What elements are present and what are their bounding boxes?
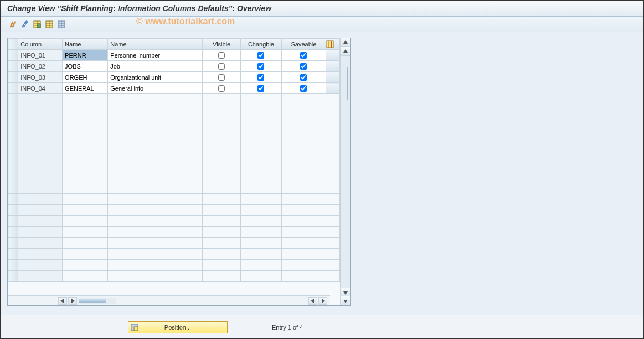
header-visible[interactable]: Visible	[203, 39, 240, 50]
cell-name2[interactable]	[108, 238, 203, 249]
toggle-display-change-button[interactable]	[7, 19, 18, 30]
cell-changeable[interactable]	[240, 83, 281, 94]
cell-changeable[interactable]	[240, 227, 281, 238]
cell-name1[interactable]	[63, 160, 108, 171]
row-selector[interactable]	[8, 227, 18, 238]
cell-changeable[interactable]	[240, 61, 281, 72]
table-row-empty[interactable]	[8, 271, 340, 282]
cell-name2[interactable]: Job	[108, 61, 203, 72]
cell-saveable[interactable]	[282, 61, 326, 72]
cell-saveable[interactable]	[282, 227, 326, 238]
cell-name1[interactable]	[63, 249, 108, 260]
cell-saveable[interactable]	[282, 116, 326, 127]
cell-changeable[interactable]	[240, 238, 281, 249]
cell-visible[interactable]	[203, 50, 240, 61]
cell-name1[interactable]	[63, 94, 108, 105]
cell-changeable[interactable]	[240, 171, 281, 182]
cell-column[interactable]	[18, 271, 63, 282]
header-name2[interactable]: Name	[108, 39, 203, 50]
cell-visible[interactable]	[203, 227, 240, 238]
cell-visible[interactable]	[203, 83, 240, 94]
cell-saveable[interactable]	[282, 138, 326, 149]
table-row-empty[interactable]	[8, 127, 340, 138]
row-selector[interactable]	[8, 194, 18, 205]
cell-saveable[interactable]	[282, 72, 326, 83]
changeable-checkbox[interactable]	[257, 85, 264, 92]
cell-name1[interactable]	[63, 260, 108, 271]
table-row-empty[interactable]	[8, 205, 340, 216]
cell-visible[interactable]	[203, 127, 240, 138]
hscroll-track[interactable]	[78, 298, 116, 304]
row-selector[interactable]	[8, 238, 18, 249]
cell-visible[interactable]	[203, 105, 240, 116]
cell-name1[interactable]: PERNR	[63, 50, 108, 61]
cell-name2[interactable]	[108, 116, 203, 127]
vscroll-down-button-2[interactable]	[341, 296, 350, 305]
cell-column[interactable]	[18, 127, 63, 138]
table-row-empty[interactable]	[8, 138, 340, 149]
cell-name2[interactable]	[108, 94, 203, 105]
cell-changeable[interactable]	[240, 116, 281, 127]
cell-saveable[interactable]	[282, 171, 326, 182]
new-entries-button[interactable]	[32, 19, 43, 30]
cell-name2[interactable]	[108, 127, 203, 138]
cell-saveable[interactable]	[282, 194, 326, 205]
cell-column[interactable]	[18, 160, 63, 171]
header-column[interactable]: Column	[18, 39, 63, 50]
cell-changeable[interactable]	[240, 94, 281, 105]
cell-name2[interactable]	[108, 171, 203, 182]
visible-checkbox[interactable]	[218, 52, 225, 59]
cell-visible[interactable]	[203, 171, 240, 182]
saveable-checkbox[interactable]	[300, 85, 307, 92]
cell-name1[interactable]	[63, 116, 108, 127]
cell-visible[interactable]	[203, 138, 240, 149]
cell-column[interactable]	[18, 194, 63, 205]
cell-column[interactable]: INFO_04	[18, 83, 63, 94]
cell-changeable[interactable]	[240, 260, 281, 271]
cell-visible[interactable]	[203, 238, 240, 249]
cell-column[interactable]	[18, 238, 63, 249]
row-selector[interactable]	[8, 105, 18, 116]
row-selector[interactable]	[8, 72, 18, 83]
cell-name1[interactable]	[63, 171, 108, 182]
cell-name1[interactable]	[63, 182, 108, 194]
cell-name2[interactable]	[108, 182, 203, 194]
hscroll-right-button-2[interactable]	[318, 297, 327, 305]
row-selector[interactable]	[8, 149, 18, 160]
delete-button[interactable]	[56, 19, 67, 30]
row-selector[interactable]	[8, 127, 18, 138]
table-row[interactable]: INFO_01 PERNR Personnel number	[8, 50, 340, 61]
cell-name1[interactable]	[63, 105, 108, 116]
cell-column[interactable]	[18, 227, 63, 238]
cell-changeable[interactable]	[240, 160, 281, 171]
table-row-empty[interactable]	[8, 194, 340, 205]
cell-changeable[interactable]	[240, 127, 281, 138]
cell-name2[interactable]	[108, 227, 203, 238]
visible-checkbox[interactable]	[218, 63, 225, 70]
cell-name2[interactable]: Personnel number	[108, 50, 203, 61]
cell-changeable[interactable]	[240, 105, 281, 116]
cell-visible[interactable]	[203, 216, 240, 227]
cell-visible[interactable]	[203, 271, 240, 282]
cell-saveable[interactable]	[282, 205, 326, 216]
table-row-empty[interactable]	[8, 149, 340, 160]
vscroll-down-button[interactable]	[341, 288, 350, 296]
hscroll-left-button[interactable]	[58, 297, 67, 305]
table-row-empty[interactable]	[8, 116, 340, 127]
cell-changeable[interactable]	[240, 205, 281, 216]
cell-saveable[interactable]	[282, 50, 326, 61]
cell-changeable[interactable]	[240, 216, 281, 227]
cell-visible[interactable]	[203, 194, 240, 205]
vscroll-up-button-2[interactable]	[341, 47, 350, 56]
data-grid[interactable]: Column Name Name Visible Changble Saveab…	[8, 38, 340, 282]
cell-changeable[interactable]	[240, 50, 281, 61]
cell-name2[interactable]: General info	[108, 83, 203, 94]
vscroll-up-button[interactable]	[341, 38, 350, 47]
cell-name1[interactable]: GENERAL	[63, 83, 108, 94]
cell-column[interactable]	[18, 216, 63, 227]
header-changeable[interactable]: Changble	[240, 39, 281, 50]
cell-saveable[interactable]	[282, 160, 326, 171]
cell-column[interactable]	[18, 149, 63, 160]
table-row[interactable]: INFO_02 JOBS Job	[8, 61, 340, 72]
table-row-empty[interactable]	[8, 249, 340, 260]
